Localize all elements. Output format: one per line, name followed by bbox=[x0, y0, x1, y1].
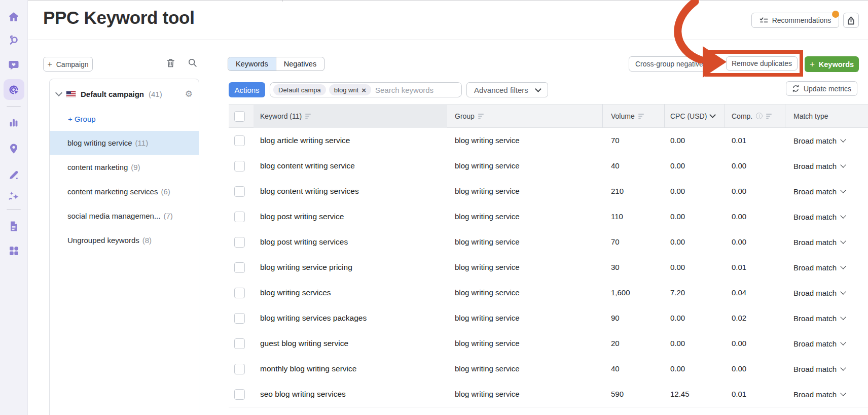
browser-tab-divider bbox=[282, 0, 283, 2]
tab-negatives[interactable]: Negatives bbox=[276, 57, 324, 71]
page-title: PPC Keyword tool bbox=[43, 8, 195, 28]
chevron-down-icon bbox=[840, 263, 846, 269]
collapse-chevron-icon[interactable] bbox=[55, 89, 62, 96]
add-group-button[interactable]: + Group bbox=[68, 115, 96, 123]
tab-keywords-label: Keywords bbox=[236, 60, 268, 68]
row-checkbox[interactable] bbox=[234, 364, 245, 374]
row-checkbox[interactable] bbox=[234, 389, 245, 400]
group-cell: blog writing service bbox=[455, 128, 520, 153]
keyword-research-icon[interactable] bbox=[8, 34, 20, 47]
row-checkbox[interactable] bbox=[234, 161, 245, 171]
group-item[interactable]: Ungrouped keywords (8) bbox=[50, 228, 199, 252]
keyword-cell: guest blog writing service bbox=[260, 331, 348, 356]
trash-icon bbox=[166, 58, 175, 68]
home-icon[interactable] bbox=[8, 11, 20, 23]
add-campaign-button[interactable]: + Campaign bbox=[43, 57, 93, 72]
row-checkbox[interactable] bbox=[234, 288, 245, 298]
add-keywords-button[interactable]: + Keywords bbox=[805, 56, 859, 72]
content-editor-icon[interactable] bbox=[8, 169, 20, 181]
export-button[interactable] bbox=[843, 13, 859, 28]
cpc-cell: 0.00 bbox=[670, 179, 685, 204]
chevron-down-icon bbox=[840, 390, 846, 396]
row-checkbox[interactable] bbox=[234, 135, 245, 146]
tab-keywords[interactable]: Keywords bbox=[228, 57, 276, 71]
add-campaign-label: Campaign bbox=[56, 60, 89, 68]
us-flag-icon bbox=[66, 91, 76, 97]
column-header-group[interactable]: Group bbox=[455, 104, 484, 128]
cross-group-negatives-button[interactable]: Cross-group negatives bbox=[629, 56, 709, 72]
gear-icon[interactable]: ⚙ bbox=[185, 90, 193, 98]
match-type-dropdown[interactable]: Broad match bbox=[793, 356, 845, 382]
filter-chip-campaign[interactable]: Default campa bbox=[273, 84, 326, 95]
row-checkbox[interactable] bbox=[234, 212, 245, 222]
match-type-dropdown[interactable]: Broad match bbox=[793, 382, 845, 407]
row-checkbox[interactable] bbox=[234, 313, 245, 324]
group-item[interactable]: content marketing services (6) bbox=[50, 180, 199, 203]
chevron-down-icon bbox=[840, 289, 846, 294]
group-item[interactable]: blog writing service (11) bbox=[50, 131, 199, 155]
delete-campaign-button[interactable] bbox=[166, 58, 175, 70]
chevron-down-icon bbox=[840, 339, 846, 345]
advanced-filters-button[interactable]: Advanced filters bbox=[466, 82, 548, 97]
match-type-label: Broad match bbox=[793, 213, 837, 221]
chevron-down-icon bbox=[840, 187, 846, 193]
match-type-dropdown[interactable]: Broad match bbox=[793, 305, 845, 331]
match-type-dropdown[interactable]: Broad match bbox=[793, 229, 845, 255]
group-count: (6) bbox=[161, 187, 170, 196]
sort-icon bbox=[478, 114, 484, 119]
local-marketing-icon[interactable] bbox=[8, 143, 20, 155]
match-type-dropdown[interactable]: Broad match bbox=[793, 179, 845, 204]
select-all-checkbox[interactable] bbox=[234, 111, 245, 122]
cpc-cell: 0.00 bbox=[670, 331, 685, 356]
ppc-keyword-tool-icon[interactable] bbox=[8, 84, 20, 96]
group-name: content marketing services bbox=[67, 187, 158, 196]
social-media-icon[interactable] bbox=[8, 59, 20, 71]
volume-cell: 40 bbox=[611, 356, 620, 382]
chevron-down-icon bbox=[840, 162, 846, 167]
actions-button[interactable]: Actions bbox=[229, 82, 265, 97]
keyword-cell: blog content writing service bbox=[260, 153, 355, 179]
row-checkbox[interactable] bbox=[234, 338, 245, 349]
analytics-icon[interactable] bbox=[8, 117, 20, 129]
refresh-icon bbox=[792, 85, 800, 92]
chevron-down-icon bbox=[840, 213, 846, 218]
match-type-dropdown[interactable]: Broad match bbox=[793, 204, 845, 229]
update-metrics-button[interactable]: Update metrics bbox=[786, 81, 857, 96]
column-header-keyword[interactable]: Keyword (11) bbox=[260, 104, 311, 128]
volume-cell: 590 bbox=[611, 382, 624, 407]
filter-chip-campaign-label: Default campa bbox=[278, 86, 321, 94]
keyword-search-box[interactable]: Default campa blog writ × bbox=[270, 82, 462, 97]
campaign-header: Default campaign (41) ⚙ bbox=[50, 85, 199, 102]
row-checkbox[interactable] bbox=[234, 262, 245, 273]
search-keywords-input[interactable] bbox=[374, 85, 457, 95]
match-type-dropdown[interactable]: Broad match bbox=[793, 255, 845, 280]
notification-badge bbox=[832, 11, 839, 18]
reports-icon[interactable] bbox=[8, 220, 20, 232]
group-cell: blog writing service bbox=[455, 229, 520, 255]
table-row: blog writing services blog writing servi… bbox=[229, 280, 868, 306]
chip-close-icon[interactable]: × bbox=[361, 86, 366, 94]
match-type-dropdown[interactable]: Broad match bbox=[793, 128, 845, 153]
filter-chip-keyword[interactable]: blog writ × bbox=[329, 84, 371, 95]
ai-assistant-icon[interactable] bbox=[8, 190, 20, 202]
recommendations-button[interactable]: Recommendations bbox=[751, 13, 839, 28]
match-type-dropdown[interactable]: Broad match bbox=[793, 331, 845, 356]
comp-cell: 0.04 bbox=[732, 280, 746, 305]
group-cell: blog writing service bbox=[455, 356, 520, 382]
keyword-cell: blog article writing service bbox=[260, 128, 350, 153]
keyword-cell: blog post writing service bbox=[260, 204, 344, 229]
match-type-dropdown[interactable]: Broad match bbox=[793, 153, 845, 179]
search-groups-button[interactable] bbox=[188, 58, 197, 69]
match-type-dropdown[interactable]: Broad match bbox=[793, 280, 845, 305]
group-item[interactable]: content marketing (9) bbox=[50, 155, 199, 179]
row-checkbox[interactable] bbox=[234, 186, 245, 197]
group-item[interactable]: social media managemen... (7) bbox=[50, 204, 199, 228]
match-type-label: Broad match bbox=[793, 162, 837, 170]
column-header-cpc[interactable]: CPC (USD) bbox=[670, 104, 715, 128]
apps-icon[interactable] bbox=[8, 245, 20, 257]
row-checkbox[interactable] bbox=[234, 237, 245, 248]
remove-duplicates-button[interactable]: Remove duplicates bbox=[726, 56, 798, 71]
column-header-volume[interactable]: Volume bbox=[611, 104, 644, 128]
group-name: blog writing service bbox=[67, 139, 132, 147]
column-header-comp[interactable]: Comp. i bbox=[732, 104, 772, 128]
